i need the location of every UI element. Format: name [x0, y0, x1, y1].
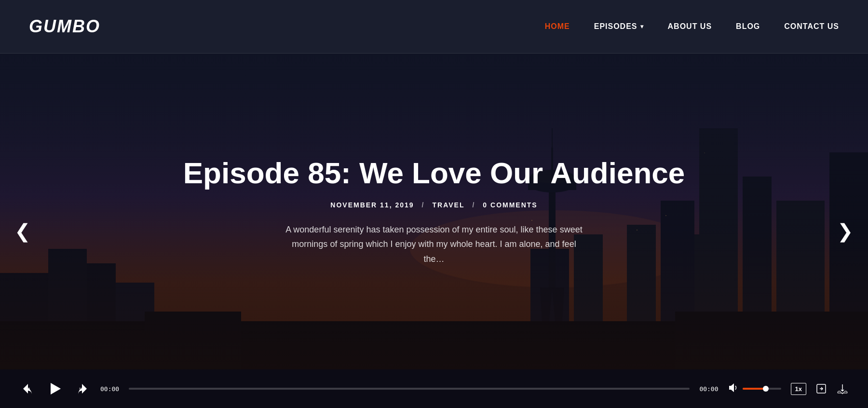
volume-bar[interactable] [743, 388, 781, 390]
volume-control [728, 382, 781, 395]
nav-home[interactable]: HOME [545, 22, 570, 31]
meta-separator-1: / [422, 201, 425, 209]
meta-separator-2: / [472, 201, 475, 209]
next-arrow[interactable]: ❯ [832, 217, 858, 245]
play-button[interactable] [46, 380, 64, 397]
rewind-button[interactable]: 15 [19, 380, 37, 397]
volume-icon[interactable] [728, 382, 739, 395]
speed-button[interactable]: 1x [791, 383, 806, 395]
download-button[interactable] [836, 382, 849, 395]
volume-fill [743, 388, 766, 390]
svg-marker-35 [729, 383, 734, 392]
hero-section: Episode 85: We Love Our Audience NOVEMBE… [0, 54, 868, 408]
header: GUMBO HOME EPISODES ▾ ABOUT US BLOG CONT… [0, 0, 868, 54]
nav-about[interactable]: ABOUT US [668, 22, 712, 31]
forward-icon: 15 [75, 382, 89, 395]
audio-player: 15 15 00:00 00:00 [0, 369, 868, 408]
time-current: 00:00 [100, 385, 119, 393]
episode-title: Episode 85: We Love Our Audience [183, 157, 685, 190]
forward-button[interactable]: 15 [73, 380, 91, 397]
share-icon [816, 383, 827, 394]
hero-content: Episode 85: We Love Our Audience NOVEMBE… [174, 157, 694, 267]
chevron-down-icon: ▾ [640, 23, 644, 30]
prev-arrow[interactable]: ❮ [10, 217, 36, 245]
chevron-right-icon: ❯ [837, 220, 854, 242]
progress-bar[interactable] [129, 388, 690, 390]
nav-episodes[interactable]: EPISODES ▾ [594, 22, 644, 31]
time-total: 00:00 [699, 385, 718, 393]
rewind-icon: 15 [21, 382, 35, 395]
episode-description: A wonderful serenity has taken possessio… [285, 222, 583, 267]
main-nav: HOME EPISODES ▾ ABOUT US BLOG CONTACT US [545, 22, 839, 31]
download-icon [836, 382, 849, 395]
share-button[interactable] [816, 383, 827, 394]
episode-meta: NOVEMBER 11, 2019 / TRAVEL / 0 COMMENTS [183, 201, 685, 209]
svg-text:15: 15 [26, 387, 30, 391]
episode-category: TRAVEL [432, 201, 464, 209]
svg-text:15: 15 [79, 387, 83, 391]
chevron-left-icon: ❮ [14, 220, 31, 242]
episode-date: NOVEMBER 11, 2019 [330, 201, 414, 209]
nav-blog[interactable]: BLOG [736, 22, 760, 31]
play-icon [48, 381, 62, 396]
episode-comments: 0 COMMENTS [483, 201, 537, 209]
nav-contact[interactable]: CONTACT US [784, 22, 839, 31]
volume-thumb [763, 386, 769, 392]
svg-marker-33 [51, 383, 61, 394]
logo[interactable]: GUMBO [29, 16, 100, 37]
